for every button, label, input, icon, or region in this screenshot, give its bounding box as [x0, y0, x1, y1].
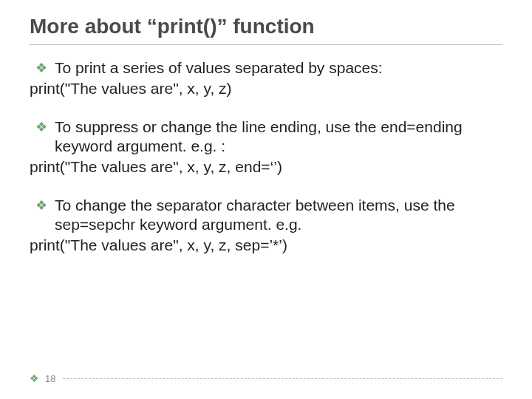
- bullet-row: ❖ To change the separator character betw…: [30, 196, 502, 234]
- footer-bullet-icon: ❖: [30, 372, 39, 384]
- code-line: print("The values are", x, y, z): [30, 79, 502, 98]
- bullet-text: To suppress or change the line ending, u…: [55, 117, 502, 156]
- bullet-text: To print a series of values separated by…: [55, 58, 383, 78]
- bullet-icon: ❖: [35, 58, 47, 78]
- bullet-icon: ❖: [35, 117, 47, 137]
- bullet-block-1: ❖ To print a series of values separated …: [30, 58, 502, 98]
- code-line: print("The values are", x, y, z, end=‘’): [30, 157, 502, 177]
- bullet-text: To change the separator character betwee…: [55, 196, 502, 234]
- code-line: print("The values are", x, y, z, sep=’*’…: [30, 236, 502, 255]
- bullet-icon: ❖: [35, 196, 47, 215]
- footer: ❖ 18: [30, 372, 502, 384]
- page-number: 18: [45, 373, 55, 384]
- footer-divider: [63, 378, 502, 379]
- bullet-block-2: ❖ To suppress or change the line ending,…: [30, 117, 502, 177]
- slide-title: More about “print()” function: [30, 15, 502, 45]
- bullet-row: ❖ To print a series of values separated …: [30, 58, 502, 78]
- bullet-block-3: ❖ To change the separator character betw…: [30, 196, 502, 255]
- bullet-row: ❖ To suppress or change the line ending,…: [30, 117, 502, 156]
